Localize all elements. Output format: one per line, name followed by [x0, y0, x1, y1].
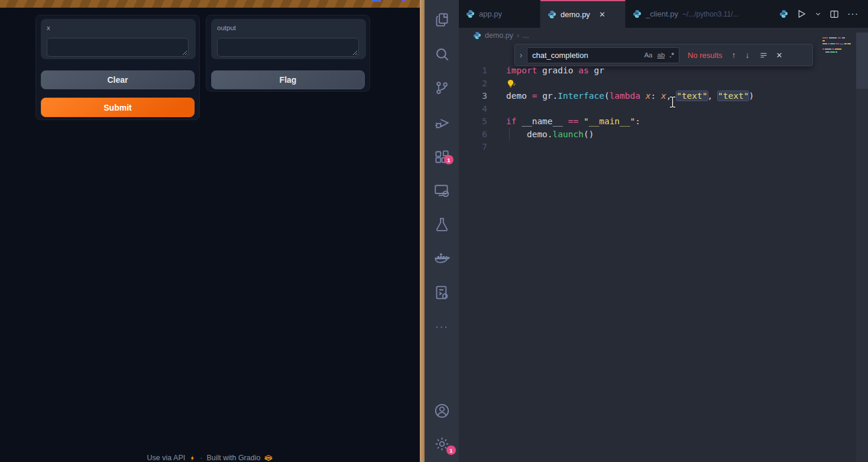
line-number: 4: [459, 103, 487, 116]
vscode-editor-group: app.py demo.py ✕ _client.py ~/.../python…: [459, 0, 868, 462]
python-file-icon: [633, 9, 642, 18]
breadcrumb-file[interactable]: demo.py: [485, 31, 513, 40]
breadcrumb-more[interactable]: ...: [523, 31, 529, 40]
find-input-wrap: Aa ab .*: [527, 47, 679, 63]
find-close-icon[interactable]: ✕: [776, 51, 783, 60]
find-results-label: No results: [688, 51, 723, 60]
editor-tab-bar: app.py demo.py ✕ _client.py ~/.../python…: [459, 0, 868, 28]
whole-word-icon[interactable]: ab: [658, 51, 665, 59]
testing-flask-icon[interactable]: [434, 217, 450, 232]
line-number: 6: [459, 128, 487, 141]
settings-badge: 1: [446, 445, 456, 455]
output-textarea[interactable]: [217, 38, 359, 57]
tab-description: ~/.../python3.11/...: [682, 10, 739, 18]
docker-icon[interactable]: [434, 251, 450, 267]
match-case-icon[interactable]: Aa: [644, 51, 652, 59]
scrollbar-thumb[interactable]: [856, 33, 868, 89]
editor-actions: ···: [770, 0, 868, 28]
tab-demo-py[interactable]: demo.py ✕: [540, 0, 626, 28]
more-views-icon[interactable]: ···: [434, 321, 450, 337]
clear-button[interactable]: Clear: [41, 70, 195, 89]
code-text: import gradio as gr: [506, 64, 604, 77]
resize-grip-icon[interactable]: [182, 50, 187, 56]
mouse-ibeam-cursor: [669, 96, 676, 108]
flag-button[interactable]: Flag: [211, 70, 365, 89]
explorer-icon[interactable]: [434, 12, 450, 28]
tab-client-py[interactable]: _client.py ~/.../python3.11/...: [626, 0, 775, 28]
code-line[interactable]: 1import gradio as gr: [459, 64, 849, 77]
find-input[interactable]: [527, 51, 644, 60]
browser-loading-stripe: [0, 0, 420, 8]
output-label: output: [217, 24, 236, 31]
code-line[interactable]: 6 demo.launch(): [459, 128, 849, 141]
chevron-right-icon: ›: [520, 50, 523, 60]
screenshot-root: x Clear Submit output: [0, 0, 868, 462]
line-number: 2: [459, 77, 487, 91]
breadcrumb-chevron-icon: ›: [517, 31, 519, 40]
split-editor-icon[interactable]: [830, 9, 839, 19]
search-icon[interactable]: [434, 46, 450, 62]
pane-divider-sash[interactable]: [420, 0, 425, 462]
python-file-icon: [473, 31, 481, 40]
run-debug-icon[interactable]: [434, 114, 450, 130]
more-views-glyph: ···: [435, 321, 449, 332]
browser-chrome-fragment: [371, 0, 381, 2]
code-action-lightbulb-icon[interactable]: [506, 79, 516, 89]
run-dropdown-chevron-icon[interactable]: [815, 11, 821, 17]
editor-scrollbar[interactable]: [856, 33, 868, 462]
submit-button-label: Submit: [103, 103, 131, 112]
code-line[interactable]: 3demo = gr.Interface(lambda x: x, "text"…: [459, 90, 849, 103]
output-column-panel: output Flag: [206, 15, 370, 92]
editor-more-actions-icon[interactable]: ···: [847, 9, 859, 20]
output-textbox-block: output: [211, 19, 366, 59]
tab-app-py[interactable]: app.py: [459, 0, 540, 28]
browser-chrome-fragment: [402, 0, 406, 2]
tab-label: _client.py: [646, 9, 678, 18]
line-number: 3: [459, 90, 487, 103]
find-previous-icon[interactable]: ↑: [732, 50, 736, 60]
footer-separator: ·: [200, 454, 202, 462]
code-text: if __name__ == "__main__":: [506, 115, 640, 128]
tab-close-icon[interactable]: ✕: [599, 10, 605, 19]
resize-grip-icon[interactable]: [352, 50, 358, 56]
line-number: 5: [459, 115, 487, 128]
source-control-icon[interactable]: [434, 80, 450, 96]
line-number: 7: [459, 141, 487, 154]
input-textarea[interactable]: [47, 38, 189, 57]
gradio-footer: Use via API · Built with Gradio: [0, 454, 420, 462]
find-next-icon[interactable]: ↓: [746, 50, 750, 60]
python-run-icon[interactable]: [779, 9, 788, 18]
find-replace-toggle-icon[interactable]: ›: [515, 44, 527, 66]
run-file-icon[interactable]: [796, 9, 807, 19]
task-runner-icon[interactable]: [434, 285, 450, 301]
code-line[interactable]: 5if __name__ == "__main__":: [459, 115, 849, 128]
account-icon[interactable]: [434, 403, 450, 419]
tab-label: app.py: [479, 9, 502, 18]
clear-button-label: Clear: [107, 75, 128, 85]
code-line[interactable]: 7: [459, 141, 849, 154]
tab-label: demo.py: [561, 10, 590, 19]
flag-button-label: Flag: [280, 75, 297, 85]
input-textbox-block: x: [41, 19, 196, 59]
find-in-selection-icon[interactable]: [759, 51, 768, 60]
python-file-icon: [548, 10, 556, 19]
find-widget: › Aa ab .* No results ↑ ↓ ✕: [514, 44, 813, 66]
code-line[interactable]: 4: [459, 103, 849, 116]
submit-button[interactable]: Submit: [41, 98, 195, 117]
breadcrumb[interactable]: demo.py › ...: [459, 28, 868, 43]
indent-guide: [509, 128, 510, 141]
input-label: x: [47, 24, 50, 31]
gradio-app-pane: x Clear Submit output: [0, 0, 420, 462]
remote-explorer-icon[interactable]: [434, 183, 450, 199]
api-bolt-icon: [189, 455, 196, 461]
regex-icon[interactable]: .*: [669, 51, 674, 59]
minimap[interactable]: [821, 34, 855, 65]
built-with-gradio-link[interactable]: Built with Gradio: [206, 454, 260, 462]
code-line[interactable]: 2: [459, 77, 849, 91]
code-editor[interactable]: › Aa ab .* No results ↑ ↓ ✕ 1import grad…: [459, 43, 868, 462]
activity-bar: 1 ··· 1: [425, 0, 459, 462]
code-text: demo = gr.Interface(lambda x: x, "text",…: [506, 90, 754, 103]
use-via-api-link[interactable]: Use via API: [147, 454, 186, 462]
extensions-badge: 1: [444, 155, 454, 164]
code-lines[interactable]: 1import gradio as gr23demo = gr.Interfac…: [459, 64, 849, 154]
